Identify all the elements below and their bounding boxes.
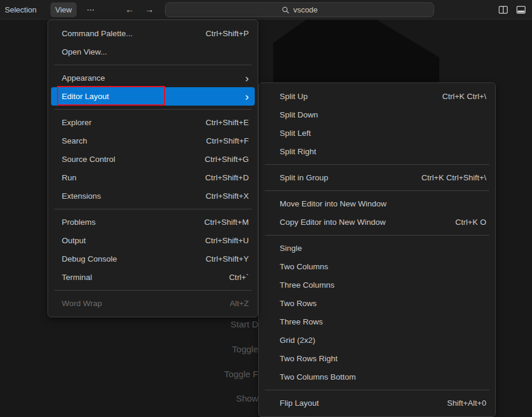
chevron-right-icon: ›	[245, 72, 249, 83]
back-button[interactable]: ←	[125, 4, 134, 15]
menu-item-three-columns[interactable]: Three Columns	[262, 276, 492, 294]
watermark-text: Start D	[230, 319, 258, 330]
search-icon	[281, 6, 290, 14]
menu-item-copy-editor-into-new-window[interactable]: Copy Editor into New WindowCtrl+K O	[262, 213, 492, 231]
command-center-search[interactable]: vscode	[165, 2, 434, 17]
menu-separator	[265, 164, 489, 165]
menu-item-editor-layout[interactable]: Editor Layout›	[51, 87, 255, 106]
menu-item-label: Search	[62, 136, 87, 145]
menu-separator	[265, 190, 489, 191]
menu-item-label: Command Palette...	[62, 29, 132, 38]
menubar-item-view[interactable]: View	[50, 2, 77, 17]
watermark-text: Show	[236, 393, 258, 404]
menu-item-shortcut: Ctrl+Shift+X	[194, 192, 249, 200]
menu-item-shortcut: Ctrl+Shift+E	[194, 118, 249, 127]
menu-item-output[interactable]: OutputCtrl+Shift+U	[51, 231, 255, 250]
menu-item-shortcut: Ctrl+Shift+Y	[194, 254, 249, 263]
menu-item-label: Output	[62, 236, 86, 245]
menu-item-word-wrap[interactable]: Word WrapAlt+Z	[51, 294, 255, 313]
watermark-text: Toggle	[232, 344, 258, 355]
menu-item-label: Two Rows	[280, 299, 316, 308]
menu-item-label: Two Columns Bottom	[280, 373, 356, 381]
titlebar-layout-controls	[498, 5, 526, 15]
menu-separator	[54, 109, 252, 110]
menu-item-move-editor-into-new-window[interactable]: Move Editor into New Window	[262, 195, 492, 213]
menubar-item-selection[interactable]: Selection	[0, 2, 41, 17]
menu-item-label: Explorer	[62, 118, 91, 127]
menu-item-label: Appearance	[62, 74, 105, 82]
menu-item-explorer[interactable]: ExplorerCtrl+Shift+E	[51, 113, 255, 132]
menu-item-label: Open View...	[62, 47, 107, 56]
menu-item-shortcut: Ctrl+Shift+D	[193, 173, 249, 182]
split-editor-icon[interactable]	[498, 5, 508, 15]
menu-item-label: Problems	[62, 218, 96, 227]
menu-item-appearance[interactable]: Appearance›	[51, 69, 255, 87]
menu-item-terminal[interactable]: TerminalCtrl+`	[51, 268, 255, 287]
menu-item-command-palette[interactable]: Command Palette...Ctrl+Shift+P	[51, 24, 255, 43]
vscode-logo-watermark	[273, 20, 439, 85]
menu-item-shortcut: Ctrl+K Ctrl+Shift+\	[410, 173, 486, 182]
menu-item-shortcut: Ctrl+Shift+M	[192, 218, 249, 227]
menu-item-label: Split in Group	[280, 173, 328, 182]
editor-layout-submenu: Split UpCtrl+K Ctrl+\Split DownSplit Lef…	[258, 82, 496, 417]
menu-item-label: Three Columns	[280, 281, 334, 289]
menu-item-label: Move Editor into New Window	[280, 199, 387, 208]
menu-item-shortcut: Ctrl+Shift+F	[194, 136, 249, 145]
menu-item-single[interactable]: Single	[262, 239, 492, 257]
menu-item-shortcut: Ctrl+K Ctrl+\	[430, 92, 486, 101]
menu-item-split-down[interactable]: Split Down	[262, 106, 492, 124]
menu-item-debug-console[interactable]: Debug ConsoleCtrl+Shift+Y	[51, 250, 255, 268]
menu-item-shortcut: Ctrl+Shift+P	[194, 29, 249, 38]
menu-item-label: Run	[62, 173, 77, 182]
menu-item-two-columns[interactable]: Two Columns	[262, 257, 492, 276]
menu-item-shortcut: Alt+Z	[218, 299, 249, 308]
menu-item-label: Single	[280, 244, 302, 253]
menu-item-split-right[interactable]: Split Right	[262, 142, 492, 161]
menu-item-label: Split Down	[280, 110, 318, 119]
menu-item-label: Word Wrap	[62, 299, 102, 308]
menu-item-label: Editor Layout	[62, 92, 109, 101]
menu-item-search[interactable]: SearchCtrl+Shift+F	[51, 132, 255, 150]
menu-item-problems[interactable]: ProblemsCtrl+Shift+M	[51, 213, 255, 231]
menu-item-three-rows[interactable]: Three Rows	[262, 313, 492, 331]
menu-item-two-rows-right[interactable]: Two Rows Right	[262, 349, 492, 368]
menu-item-split-left[interactable]: Split Left	[262, 124, 492, 142]
menu-item-two-rows[interactable]: Two Rows	[262, 294, 492, 313]
menu-item-split-up[interactable]: Split UpCtrl+K Ctrl+\	[262, 87, 492, 106]
menu-item-label: Split Right	[280, 147, 316, 156]
menu-item-label: Debug Console	[62, 254, 117, 263]
menu-separator	[54, 65, 252, 65]
menu-item-run[interactable]: RunCtrl+Shift+D	[51, 168, 255, 187]
view-menu: Command Palette...Ctrl+Shift+POpen View.…	[48, 20, 258, 317]
search-value: vscode	[293, 5, 318, 14]
title-bar: Selection View ⋯ ← → vscode	[0, 0, 532, 20]
menu-item-open-view[interactable]: Open View...	[51, 43, 255, 61]
menu-separator	[54, 209, 252, 209]
menu-item-shortcut: Ctrl+K O	[444, 218, 486, 227]
menu-item-label: Copy Editor into New Window	[280, 218, 386, 227]
menu-item-shortcut: Shift+Alt+0	[435, 399, 486, 408]
menu-item-flip-layout[interactable]: Flip LayoutShift+Alt+0	[262, 394, 492, 412]
menu-item-label: Grid (2x2)	[280, 336, 315, 345]
menu-separator	[265, 390, 489, 390]
menu-item-grid-2x2[interactable]: Grid (2x2)	[262, 331, 492, 349]
menu-item-extensions[interactable]: ExtensionsCtrl+Shift+X	[51, 187, 255, 205]
menu-item-label: Flip Layout	[280, 399, 319, 408]
menu-separator	[265, 235, 489, 235]
customize-layout-icon[interactable]	[516, 5, 526, 15]
menu-item-label: Split Left	[280, 129, 311, 138]
menu-separator	[54, 290, 252, 291]
menu-item-two-columns-bottom[interactable]: Two Columns Bottom	[262, 368, 492, 386]
menu-item-label: Terminal	[62, 273, 92, 282]
forward-button[interactable]: →	[145, 4, 154, 15]
menu-item-label: Three Rows	[280, 317, 323, 326]
chevron-right-icon: ›	[245, 90, 249, 101]
menu-item-label: Extensions	[62, 192, 101, 200]
menu-item-split-in-group[interactable]: Split in GroupCtrl+K Ctrl+Shift+\	[262, 168, 492, 187]
menu-item-shortcut: Ctrl+`	[217, 273, 249, 282]
menu-item-label: Split Up	[280, 92, 308, 101]
menubar-more-button[interactable]: ⋯	[82, 2, 99, 17]
menu-item-label: Source Control	[62, 155, 115, 164]
menu-item-shortcut: Ctrl+Shift+G	[193, 155, 249, 164]
menu-item-source-control[interactable]: Source ControlCtrl+Shift+G	[51, 150, 255, 168]
